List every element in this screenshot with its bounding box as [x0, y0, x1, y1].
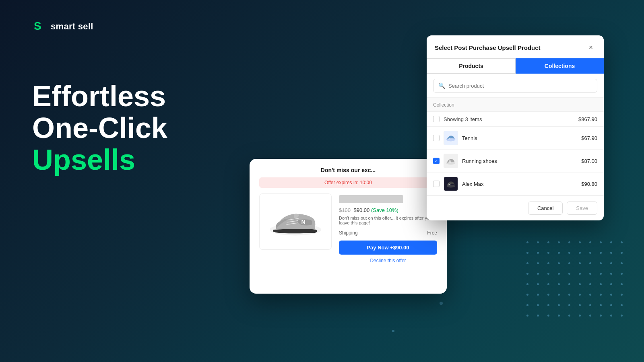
tennis-checkbox[interactable] [433, 135, 440, 141]
decorative-dot [392, 330, 394, 332]
collection-total-row: Showing 3 items $867.90 [427, 112, 604, 127]
tennis-name: Tennis [462, 135, 477, 141]
search-area: 🔍 [427, 74, 604, 98]
alex-max-name: Alex Max [462, 181, 483, 187]
hero-line2: One-Click [32, 112, 167, 144]
running-shoes-checkbox[interactable] [433, 158, 440, 164]
running-shoes-thumb: N [444, 154, 458, 168]
save-button[interactable]: Save [567, 202, 597, 215]
logo: S smart sell [32, 19, 93, 34]
pay-now-button[interactable]: Pay Now +$90.00 [339, 241, 437, 255]
preview-product-info: $100 $90.00 (Save 10%) Don't miss out on… [339, 193, 437, 263]
preview-card-title: Don't miss our exc... [259, 167, 437, 173]
logo-text: smart sell [51, 21, 93, 32]
search-input[interactable] [448, 83, 592, 89]
running-shoes-name: Running shoes [462, 158, 497, 164]
search-box: 🔍 [433, 79, 597, 93]
hero-line1: Effortless [32, 80, 167, 112]
select-all-checkbox[interactable] [433, 116, 440, 122]
hero-line3: Upsells [32, 144, 167, 176]
price-line: $100 $90.00 (Save 10%) [339, 207, 437, 213]
shipping-line: Shipping Free [339, 230, 437, 236]
svg-text:N: N [448, 183, 450, 186]
tab-collections[interactable]: Collections [516, 58, 604, 74]
list-item: N Alex Max $90.80 [427, 173, 604, 195]
svg-text:N: N [448, 137, 450, 140]
svg-text:N: N [301, 219, 305, 225]
collection-header: Collection [427, 98, 604, 112]
running-shoes-price: $87.00 [581, 158, 597, 164]
tab-row: Products Collections [427, 58, 604, 74]
tennis-thumb: N [444, 131, 458, 145]
list-item: N Running shoes $87.00 [427, 150, 604, 173]
close-button[interactable]: × [586, 43, 596, 52]
cancel-button[interactable]: Cancel [528, 202, 563, 215]
alex-max-checkbox[interactable] [433, 181, 440, 187]
modal-header: Select Post Purchase Upsell Product × [427, 35, 604, 58]
search-icon: 🔍 [438, 82, 445, 89]
offer-timer-bar: Offer expires in: 10:00 [259, 177, 437, 188]
preview-upsell-card: Don't miss our exc... Offer expires in: … [250, 159, 447, 294]
decorative-dots [526, 241, 628, 322]
hero-section: Effortless One-Click Upsells [32, 80, 167, 176]
upsell-product-modal: Select Post Purchase Upsell Product × Pr… [427, 35, 604, 220]
modal-footer: Cancel Save [427, 195, 604, 220]
showing-items-label: Showing 3 items [444, 116, 482, 122]
tennis-price: $67.90 [581, 135, 597, 141]
tab-products[interactable]: Products [427, 58, 516, 74]
modal-title: Select Post Purchase Upsell Product [435, 44, 541, 51]
logo-icon: S [32, 19, 47, 34]
dont-miss-line: Don't miss out on this offer... it expir… [339, 216, 437, 225]
decline-link[interactable]: Decline this offer [339, 258, 437, 263]
list-item: N Tennis $67.90 [427, 127, 604, 150]
preview-shoe-image: N [259, 193, 332, 250]
svg-text:S: S [34, 20, 41, 32]
collection-label: Collection [433, 102, 454, 108]
price-bar-placeholder [339, 195, 403, 203]
shoe-illustration: N [263, 200, 328, 244]
total-price: $867.90 [578, 116, 597, 122]
alex-max-price: $90.80 [581, 181, 597, 187]
decorative-dot [440, 302, 443, 305]
alex-max-thumb: N [444, 177, 458, 191]
svg-text:N: N [449, 160, 451, 163]
